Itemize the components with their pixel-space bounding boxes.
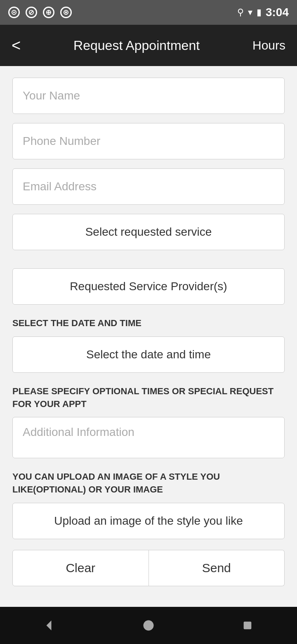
upload-image-button[interactable]: Upload an image of the style you like xyxy=(12,503,285,539)
app-header: < Request Appointment Hours xyxy=(0,25,297,66)
status-icon-2 xyxy=(26,7,37,18)
svg-rect-12 xyxy=(244,622,252,630)
svg-point-11 xyxy=(144,620,154,631)
date-time-section-label: SELECT THE DATE AND TIME xyxy=(12,317,285,330)
select-datetime-button[interactable]: Select the date and time xyxy=(12,336,285,373)
svg-marker-10 xyxy=(47,620,52,630)
upload-section-label: YOU CAN UPLOAD AN IMAGE OF A STYLE YOU L… xyxy=(12,471,285,496)
status-bar-right: ⚲ ▾ ▮ 3:04 xyxy=(237,6,289,19)
recents-nav-button[interactable] xyxy=(235,613,260,638)
svg-point-1 xyxy=(13,12,15,13)
phone-input[interactable] xyxy=(12,123,285,159)
name-input[interactable] xyxy=(12,78,285,114)
send-button[interactable]: Send xyxy=(149,550,285,586)
location-icon: ⚲ xyxy=(237,7,244,18)
home-nav-button[interactable] xyxy=(136,613,161,638)
optional-section-label: PLEASE SPECIFY OPTIONAL TIMES OR SPECIAL… xyxy=(12,385,285,411)
wifi-icon: ▾ xyxy=(248,7,252,18)
form-content: Select requested service Requested Servi… xyxy=(0,66,297,607)
status-icon-4 xyxy=(60,7,72,18)
back-button[interactable]: < xyxy=(12,38,21,53)
status-icon-3 xyxy=(43,7,54,18)
hours-button[interactable]: Hours xyxy=(252,38,285,52)
svg-line-3 xyxy=(30,11,33,14)
page-title: Request Appointment xyxy=(21,38,252,53)
back-nav-button[interactable] xyxy=(37,613,62,638)
status-icon-1 xyxy=(8,7,20,18)
select-service-button[interactable]: Select requested service xyxy=(12,214,285,250)
email-input[interactable] xyxy=(12,168,285,205)
status-bar: ⚲ ▾ ▮ 3:04 xyxy=(0,0,297,25)
additional-info-input[interactable] xyxy=(12,417,285,458)
status-bar-left xyxy=(8,7,72,18)
android-nav-bar xyxy=(0,607,297,644)
bottom-action-buttons: Clear Send xyxy=(12,550,285,586)
status-time: 3:04 xyxy=(266,6,289,19)
select-provider-button[interactable]: Requested Service Provider(s) xyxy=(12,268,285,305)
clear-button[interactable]: Clear xyxy=(12,550,149,586)
battery-icon: ▮ xyxy=(257,7,262,18)
